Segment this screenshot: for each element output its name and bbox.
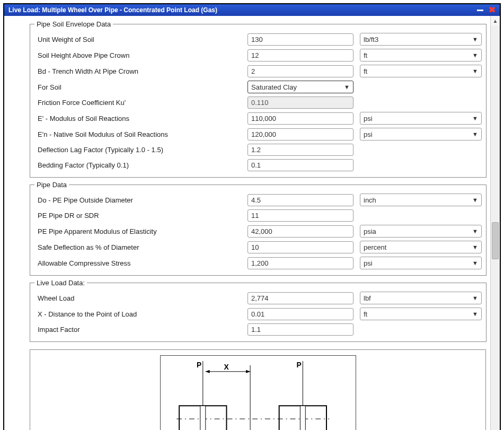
bd-unit-select[interactable]: ft▼ [360, 65, 482, 77]
unit-weight-input[interactable] [247, 33, 353, 46]
vertical-scrollbar[interactable]: ▲ ▼ [490, 16, 500, 430]
do-input[interactable] [247, 194, 353, 206]
lag-label: Deflection Lag Factor (Typically 1.0 - 1… [34, 146, 241, 154]
titlebar: Live Load: Multiple Wheel Over Pipe - Co… [4, 4, 500, 16]
bd-input[interactable] [247, 65, 353, 77]
wheel-label: Wheel Load [34, 294, 241, 302]
soil-height-input[interactable] [247, 49, 353, 62]
svg-rect-12 [300, 406, 305, 430]
scroll-up-icon[interactable]: ▲ [491, 16, 500, 25]
x-input[interactable] [247, 308, 353, 320]
chevron-down-icon: ▼ [472, 228, 478, 234]
bd-label: Bd - Trench Width At Pipe Crown [34, 67, 241, 75]
bedding-label: Bedding Factor (Typically 0.1) [34, 161, 241, 169]
moe-input[interactable] [247, 225, 353, 238]
diagram-label-p1: P [196, 361, 201, 369]
group-live-load: Live Load Data: Wheel Load lbf▼ X - Dist… [30, 279, 487, 342]
eprime-unit-select[interactable]: psi▼ [360, 112, 482, 125]
comp-unit-select[interactable]: psi▼ [360, 257, 482, 269]
diagram-label-x: X [224, 363, 229, 371]
unit-weight-label: Unit Weight of Soil [34, 36, 241, 43]
soil-height-unit-select[interactable]: ft▼ [360, 49, 482, 62]
comp-input[interactable] [247, 257, 353, 269]
diagram-panel: P P X [30, 349, 486, 430]
chevron-down-icon: ▼ [472, 197, 478, 203]
wheel-input[interactable] [247, 292, 353, 304]
for-soil-label: For Soil [34, 83, 241, 91]
chevron-down-icon: ▼ [344, 84, 350, 90]
deflect-input[interactable] [247, 241, 353, 253]
en-unit-select[interactable]: psi▼ [360, 128, 482, 141]
wheel-unit-select[interactable]: lbf▼ [360, 292, 482, 304]
x-label: X - Distance to the Point of Load [34, 310, 241, 318]
svg-marker-6 [246, 370, 250, 373]
chevron-down-icon: ▼ [472, 131, 478, 137]
chevron-down-icon: ▼ [472, 52, 478, 58]
close-icon[interactable]: ✖ [489, 7, 496, 13]
group-pipe-data: Pipe Data Do - PE Pipe Outside Diameter … [30, 181, 487, 276]
deflect-label: Safe Deflection as % of Diameter [34, 243, 241, 251]
load-diagram: P P X [161, 356, 356, 430]
chevron-down-icon: ▼ [472, 260, 478, 266]
lag-input[interactable] [247, 144, 353, 156]
diagram-frame: P P X [160, 355, 356, 430]
dr-label: PE Pipe DR or SDR [34, 212, 241, 220]
content: Pipe Soil Envelope Data Unit Weight of S… [4, 16, 490, 430]
do-label: Do - PE Pipe Outside Diameter [34, 196, 241, 204]
eprime-label: E' - Modulus of Soil Reactions [34, 115, 241, 122]
impact-input[interactable] [247, 323, 353, 336]
group-legend: Pipe Soil Envelope Data [34, 20, 113, 28]
eprime-input[interactable] [247, 112, 353, 125]
svg-marker-5 [205, 370, 209, 373]
scroll-thumb[interactable] [492, 222, 499, 259]
impact-label: Impact Factor [34, 326, 241, 334]
chevron-down-icon: ▼ [472, 295, 478, 301]
deflect-unit-select[interactable]: percent▼ [360, 241, 482, 253]
comp-label: Allowable Compressive Stress [34, 259, 241, 267]
en-label: E'n - Native Soil Modulus of Soil Reacti… [34, 130, 241, 138]
group-legend: Live Load Data: [34, 279, 87, 287]
chevron-down-icon: ▼ [472, 311, 478, 317]
chevron-down-icon: ▼ [472, 68, 478, 74]
minimize-icon[interactable] [477, 10, 483, 11]
moe-label: PE Pipe Apparent Modulus of Elasticity [34, 227, 241, 235]
group-pipe-soil-envelope: Pipe Soil Envelope Data Unit Weight of S… [30, 20, 487, 178]
scroll-track[interactable] [491, 25, 500, 430]
svg-rect-11 [200, 406, 205, 430]
ku-input [247, 96, 353, 109]
client-area: Pipe Soil Envelope Data Unit Weight of S… [4, 16, 500, 430]
dr-input[interactable] [247, 209, 353, 222]
chevron-down-icon: ▼ [472, 36, 478, 42]
group-legend: Pipe Data [34, 181, 69, 189]
window-title: Live Load: Multiple Wheel Over Pipe - Co… [8, 6, 217, 14]
do-unit-select[interactable]: inch▼ [360, 194, 482, 206]
app-window: Live Load: Multiple Wheel Over Pipe - Co… [3, 3, 501, 430]
moe-unit-select[interactable]: psia▼ [360, 225, 482, 238]
for-soil-select[interactable]: Saturated Clay▼ [247, 81, 353, 93]
soil-height-label: Soil Height Above Pipe Crown [34, 51, 241, 59]
bedding-input[interactable] [247, 159, 353, 171]
unit-weight-unit-select[interactable]: lb/ft3▼ [360, 33, 482, 46]
en-input[interactable] [247, 128, 353, 141]
chevron-down-icon: ▼ [472, 244, 478, 250]
ku-label: Friction Force Coefficient Ku' [34, 99, 241, 107]
chevron-down-icon: ▼ [472, 115, 478, 121]
diagram-label-p2: P [296, 361, 301, 369]
x-unit-select[interactable]: ft▼ [360, 308, 482, 320]
